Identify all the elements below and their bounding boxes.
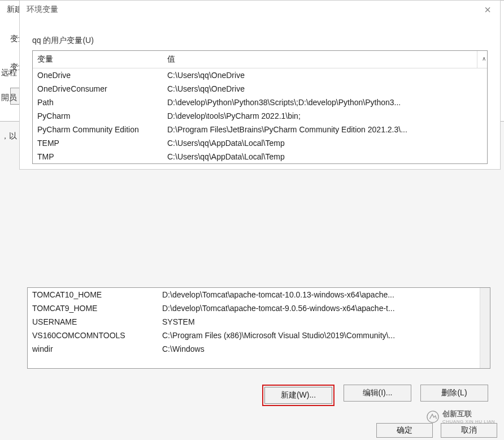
- cell-variable: VS160COMCOMNTOOLS: [28, 329, 158, 342]
- cell-value: D:\Program Files\JetBrains\PyCharm Commu…: [163, 123, 477, 136]
- table-row[interactable]: TOMCAT9_HOMED:\develop\Tomcat\apache-tom…: [28, 301, 490, 315]
- system-vars-table[interactable]: TOMCAT10_HOMED:\develop\Tomcat\apache-to…: [27, 287, 490, 369]
- table-row[interactable]: PathD:\develop\Python\Python38\Scripts\;…: [33, 96, 487, 109]
- cell-value: C:\Windows: [158, 342, 480, 356]
- logo-text-cn: 创新互联: [442, 409, 495, 419]
- cell-variable: PyCharm Community Edition: [33, 123, 163, 136]
- cell-variable: Path: [33, 96, 163, 109]
- cell-variable: OneDriveConsumer: [33, 82, 163, 96]
- cell-variable: TEMP: [33, 136, 163, 150]
- cell-variable: OneDrive: [33, 68, 163, 83]
- table-row[interactable]: TEMPC:\Users\qq\AppData\Local\Temp: [33, 136, 487, 150]
- cell-variable: TOMCAT10_HOME: [28, 288, 158, 301]
- table-row[interactable]: PyCharmD:\develop\tools\PyCharm 2022.1\b…: [33, 109, 487, 123]
- user-vars-table[interactable]: 变量 值 ∧ OneDriveC:\Users\qq\OneDriveOneDr…: [32, 50, 488, 164]
- edit-button[interactable]: 编辑(I)...: [344, 385, 411, 402]
- bg-fragment: ，以: [1, 131, 17, 141]
- col-value[interactable]: 值: [163, 51, 477, 68]
- environment-variables-dialog: 环境变量 × qq 的用户变量(U) 变量 值 ∧ OneDriveC:\Use…: [19, 0, 501, 170]
- table-row[interactable]: OneDriveC:\Users\qq\OneDrive: [33, 68, 487, 83]
- logo-text-en: CHUANG XIN HU LIAN: [442, 419, 495, 424]
- cell-variable: USERNAME: [28, 315, 158, 329]
- close-icon[interactable]: ×: [481, 4, 494, 15]
- cell-value: C:\Users\qq\OneDrive: [163, 82, 477, 96]
- bg-fragment: 远程: [1, 68, 17, 78]
- system-vars-panel: TOMCAT10_HOMED:\develop\Tomcat\apache-to…: [27, 287, 490, 406]
- cell-value: SYSTEM: [158, 315, 480, 329]
- table-row[interactable]: PyCharm Community EditionD:\Program File…: [33, 123, 487, 136]
- dialog-title: 环境变量: [27, 5, 58, 15]
- table-row[interactable]: OneDriveConsumerC:\Users\qq\OneDrive: [33, 82, 487, 96]
- bg-fragment: 開员: [1, 93, 17, 103]
- highlight-new-button: 新建(W)...: [262, 385, 334, 406]
- scrollbar[interactable]: ∧: [477, 51, 487, 68]
- cell-value: D:\develop\tools\PyCharm 2022.1\bin;: [163, 109, 477, 123]
- cell-value: D:\develop\Tomcat\apache-tomcat-10.0.13-…: [158, 288, 480, 301]
- cell-variable: windir: [28, 342, 158, 356]
- cell-variable: TMP: [33, 150, 163, 163]
- delete-button[interactable]: 删除(L): [420, 385, 488, 402]
- logo-icon: [427, 411, 439, 423]
- user-vars-label: qq 的用户变量(U): [32, 36, 500, 46]
- cancel-button[interactable]: 取消: [441, 423, 497, 438]
- table-row[interactable]: USERNAMESYSTEM: [28, 315, 490, 329]
- new-button[interactable]: 新建(W)...: [264, 387, 332, 404]
- cell-value: C:\Users\qq\AppData\Local\Temp: [163, 136, 477, 150]
- scrollbar[interactable]: [480, 288, 490, 368]
- table-row[interactable]: TMPC:\Users\qq\AppData\Local\Temp: [33, 150, 487, 163]
- table-row[interactable]: TOMCAT10_HOMED:\develop\Tomcat\apache-to…: [28, 288, 490, 301]
- watermark-logo: 创新互联 CHUANG XIN HU LIAN: [427, 409, 495, 424]
- cell-value: D:\develop\Python\Python38\Scripts\;D:\d…: [163, 96, 477, 109]
- cell-variable: PyCharm: [33, 109, 163, 123]
- titlebar: 环境变量 ×: [20, 1, 500, 19]
- cell-variable: TOMCAT9_HOME: [28, 301, 158, 315]
- table-row[interactable]: windirC:\Windows: [28, 342, 490, 356]
- cell-value: D:\develop\Tomcat\apache-tomcat-9.0.56-w…: [158, 301, 480, 315]
- table-row[interactable]: VS160COMCOMNTOOLSC:\Program Files (x86)\…: [28, 329, 490, 342]
- dialog-bottom-buttons: 确定 取消: [376, 423, 497, 438]
- ok-button[interactable]: 确定: [376, 423, 433, 438]
- cell-value: C:\Program Files (x86)\Microsoft Visual …: [158, 329, 480, 342]
- cell-value: C:\Users\qq\OneDrive: [163, 68, 477, 83]
- svg-point-0: [427, 411, 438, 422]
- col-variable[interactable]: 变量: [33, 51, 163, 68]
- cell-value: C:\Users\qq\AppData\Local\Temp: [163, 150, 477, 163]
